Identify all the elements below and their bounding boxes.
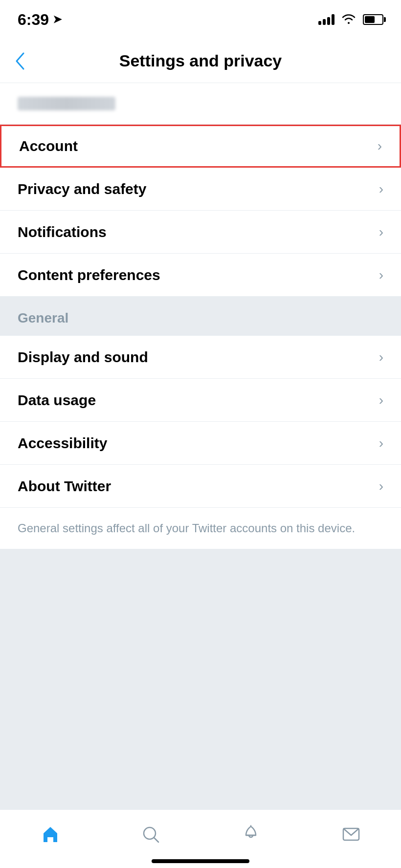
chevron-right-icon: › — [379, 349, 383, 365]
back-button[interactable] — [14, 51, 25, 71]
settings-item-account[interactable]: Account › — [0, 125, 401, 168]
bottom-spacer — [0, 549, 401, 745]
chevron-right-icon: › — [379, 435, 383, 451]
status-icons — [318, 12, 383, 27]
profile-section — [0, 83, 401, 125]
home-indicator — [152, 859, 249, 863]
settings-item-content-preferences[interactable]: Content preferences › — [0, 254, 401, 297]
settings-item-accessibility[interactable]: Accessibility › — [0, 422, 401, 465]
wifi-icon — [341, 12, 356, 27]
tab-messages[interactable] — [332, 820, 371, 849]
settings-item-privacy-safety[interactable]: Privacy and safety › — [0, 168, 401, 211]
general-section-header: General — [0, 297, 401, 336]
signal-icon — [318, 14, 334, 25]
chevron-right-icon: › — [379, 224, 383, 240]
tab-home[interactable] — [31, 820, 70, 849]
battery-icon — [363, 14, 383, 25]
chevron-right-icon: › — [379, 392, 383, 408]
chevron-right-icon: › — [378, 138, 382, 154]
chevron-right-icon: › — [379, 267, 383, 283]
tab-notifications[interactable] — [231, 820, 270, 849]
settings-item-notifications[interactable]: Notifications › — [0, 211, 401, 254]
settings-item-display-sound[interactable]: Display and sound › — [0, 336, 401, 379]
settings-item-about-twitter[interactable]: About Twitter › — [0, 465, 401, 508]
general-section: Display and sound › Data usage › Accessi… — [0, 336, 401, 549]
nav-header: Settings and privacy — [0, 39, 401, 83]
account-section: Account › Privacy and safety › Notificat… — [0, 125, 401, 297]
footer-note: General settings affect all of your Twit… — [0, 508, 401, 549]
status-time: 6:39 ➤ — [18, 11, 62, 29]
page-title: Settings and privacy — [119, 51, 282, 70]
tab-search[interactable] — [131, 820, 170, 849]
status-bar: 6:39 ➤ — [0, 0, 401, 39]
chevron-right-icon: › — [379, 478, 383, 494]
chevron-right-icon: › — [379, 181, 383, 197]
main-content: Account › Privacy and safety › Notificat… — [0, 83, 401, 813]
profile-blurred — [18, 97, 115, 110]
location-icon: ➤ — [53, 13, 62, 26]
settings-item-data-usage[interactable]: Data usage › — [0, 379, 401, 422]
svg-line-1 — [154, 838, 158, 842]
